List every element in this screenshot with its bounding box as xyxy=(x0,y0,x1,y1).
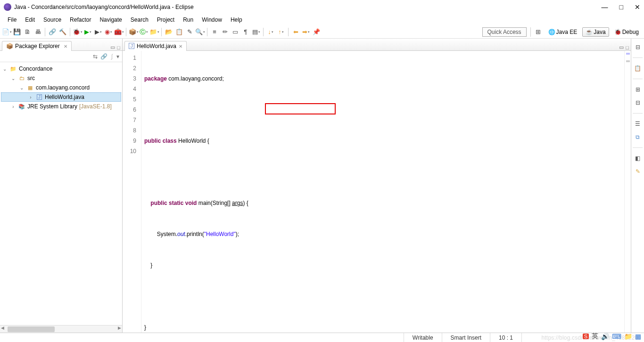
toolbar-separator xyxy=(45,28,45,36)
menu-refactor[interactable]: Refactor xyxy=(66,16,95,24)
external-tools-button[interactable]: 🧰 xyxy=(114,27,124,37)
open-type-button[interactable]: 📂 xyxy=(164,27,173,37)
menu-window[interactable]: Window xyxy=(198,16,226,24)
maximize-editor-icon[interactable]: □ xyxy=(626,45,629,50)
main-area: 📦 Package Explorer ✕ ▭ □ ⇆ 🔗 ⎰ ▾ ⌄ 📁 Con… xyxy=(0,39,644,333)
menu-run[interactable]: Run xyxy=(179,16,197,24)
properties-icon[interactable]: ✎ xyxy=(633,167,643,176)
hierarchy-icon[interactable]: ⊟ xyxy=(633,98,643,107)
restore-icon[interactable]: ⊟ xyxy=(633,42,643,52)
link-icon[interactable]: 🔗 xyxy=(48,27,57,37)
mark-occurrences-button[interactable]: ✏ xyxy=(220,27,230,37)
save-button[interactable]: 💾 xyxy=(12,27,22,37)
minimize-view-icon[interactable]: ▭ xyxy=(110,44,115,50)
chevron-down-icon[interactable]: ⌄ xyxy=(10,76,16,81)
status-writable: Writable xyxy=(404,333,442,342)
editor-tab-helloworld[interactable]: 🄹 HelloWorld.java ✕ xyxy=(124,41,187,51)
menu-edit[interactable]: Edit xyxy=(21,16,39,24)
save-all-button[interactable]: 🗎 xyxy=(23,27,32,37)
perspective-debug[interactable]: 🐞Debug xyxy=(611,27,642,37)
view-toolbar: ▭ □ xyxy=(110,44,122,50)
toolbar-separator xyxy=(288,28,289,36)
tree-jre[interactable]: › 📚 JRE System Library [JavaSE-1.8] xyxy=(1,102,121,111)
close-button[interactable]: ✕ xyxy=(635,3,640,11)
menu-file[interactable]: File xyxy=(4,16,20,24)
print-button[interactable]: 🖶 xyxy=(33,27,42,37)
structure-icon[interactable]: ☰ xyxy=(633,119,643,129)
view-tab-bar: 📦 Package Explorer ✕ ▭ □ xyxy=(0,39,122,51)
filter-icon[interactable]: ⎰ xyxy=(110,53,114,60)
overview-ruler[interactable] xyxy=(624,51,631,342)
maximize-button[interactable]: □ xyxy=(619,3,623,11)
tray-icon[interactable]: ▦ xyxy=(635,333,641,340)
tray-icon[interactable]: 🔊 xyxy=(601,333,609,340)
menu-navigate[interactable]: Navigate xyxy=(96,16,125,24)
new-folder-button[interactable]: 📁 xyxy=(149,27,159,37)
open-perspective-button[interactable]: ⊞ xyxy=(534,27,543,37)
debug-icon: 🐞 xyxy=(614,29,621,35)
tray-icon[interactable]: ⌨ xyxy=(612,333,621,340)
run-last-button[interactable]: ◉ xyxy=(104,27,113,37)
outline-icon[interactable]: ⊞ xyxy=(633,85,643,94)
ime-lang-icon[interactable]: 英 xyxy=(592,332,598,341)
new-class-button[interactable]: Ⓒ xyxy=(139,27,149,37)
editor-body[interactable]: 12345678910 package com.laoyang.concord;… xyxy=(123,51,631,342)
view-menu-icon[interactable]: ▾ xyxy=(116,53,119,60)
markers-icon[interactable]: ◧ xyxy=(633,154,643,163)
main-toolbar: 📄 💾 🗎 🖶 🔗 🔨 🐞 ▶ ▶ ◉ 🧰 📦 Ⓒ 📁 📂 📋 ✎ 🔍 ≡ ✏ … xyxy=(0,25,644,39)
perspective-java[interactable]: ☕Java xyxy=(582,27,609,37)
chevron-right-icon[interactable]: › xyxy=(28,95,33,100)
menu-project[interactable]: Project xyxy=(153,16,178,24)
menu-help[interactable]: Help xyxy=(227,16,246,24)
toolbar-separator xyxy=(161,28,162,36)
maximize-view-icon[interactable]: □ xyxy=(117,45,120,50)
menu-search[interactable]: Search xyxy=(127,16,152,24)
annotation-nav-button[interactable]: ▤ xyxy=(251,27,261,37)
open-task-button[interactable]: 📋 xyxy=(174,27,184,37)
new-package-button[interactable]: 📦 xyxy=(129,27,138,37)
back-button[interactable]: ⬅ xyxy=(291,27,300,37)
prev-annotation-button[interactable]: ↑ xyxy=(276,27,286,37)
search-button[interactable]: 🔍 xyxy=(195,27,205,37)
pin-editor-button[interactable]: 📌 xyxy=(312,27,321,37)
tree-file[interactable]: › 🄹 HelloWorld.java xyxy=(1,92,121,102)
jre-version-decoration: [JavaSE-1.8] xyxy=(79,103,112,110)
package-explorer-tab[interactable]: 📦 Package Explorer ✕ xyxy=(2,41,72,51)
task-list-icon[interactable]: 📋 xyxy=(633,64,643,73)
code-area[interactable]: package com.laoyang.concord; public clas… xyxy=(141,51,624,342)
type-hierarchy-icon[interactable]: ⧉ xyxy=(633,132,643,142)
menu-source[interactable]: Source xyxy=(40,16,65,24)
perspective-java-ee[interactable]: 🌐Java EE xyxy=(545,27,581,37)
debug-button[interactable]: 🐞 xyxy=(73,27,82,37)
tree-src[interactable]: ⌄ 🗀 src xyxy=(1,73,121,83)
minimize-editor-icon[interactable]: ▭ xyxy=(619,44,624,50)
taskbar-tray: S 英 🔊 ⌨ 📁 ▦ xyxy=(580,331,644,342)
coverage-button[interactable]: ▶ xyxy=(93,27,103,37)
horizontal-scrollbar[interactable] xyxy=(0,325,122,333)
chevron-right-icon[interactable]: › xyxy=(10,104,16,109)
package-icon: 📦 xyxy=(6,43,13,49)
block-selection-button[interactable]: ▭ xyxy=(231,27,240,37)
collapse-all-icon[interactable]: ⇆ xyxy=(93,53,98,60)
ime-icon[interactable]: S xyxy=(583,334,589,339)
new-button[interactable]: 📄 xyxy=(2,27,11,37)
tree-project[interactable]: ⌄ 📁 Concordance xyxy=(1,64,121,73)
show-whitespace-button[interactable]: ¶ xyxy=(241,27,250,37)
edit-icon[interactable]: ✎ xyxy=(185,27,194,37)
next-annotation-button[interactable]: ↓ xyxy=(266,27,275,37)
close-icon[interactable]: ✕ xyxy=(179,44,182,49)
build-button[interactable]: 🔨 xyxy=(58,27,67,37)
toggle-breadcrumb-button[interactable]: ≡ xyxy=(210,27,219,37)
project-tree[interactable]: ⌄ 📁 Concordance ⌄ 🗀 src ⌄ ▦ com.laoyang.… xyxy=(0,62,122,325)
chevron-down-icon[interactable]: ⌄ xyxy=(2,66,8,72)
close-icon[interactable]: ✕ xyxy=(64,44,67,49)
quick-access[interactable]: Quick Access xyxy=(482,27,527,37)
tray-icon[interactable]: 📁 xyxy=(624,333,632,340)
minimize-button[interactable]: — xyxy=(602,3,608,11)
tree-package[interactable]: ⌄ ▦ com.laoyang.concord xyxy=(1,83,121,92)
chevron-down-icon[interactable]: ⌄ xyxy=(19,85,25,90)
forward-button[interactable]: ➡ xyxy=(301,27,311,37)
run-button[interactable]: ▶ xyxy=(83,27,92,37)
link-editor-icon[interactable]: 🔗 xyxy=(100,53,107,60)
perspective-label: Debug xyxy=(622,29,639,35)
